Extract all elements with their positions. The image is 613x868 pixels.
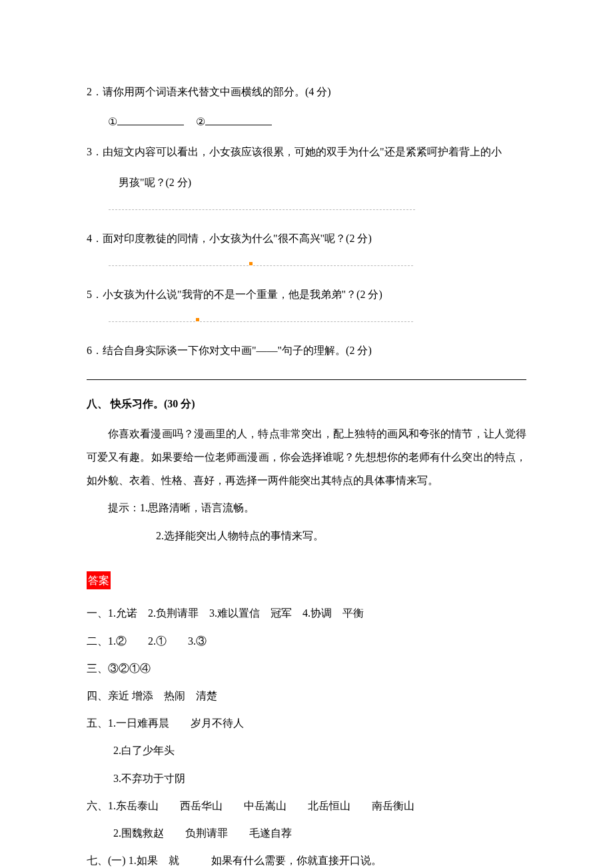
q5-text: 5．小女孩为什么说"我背的不是一个重量，他是我弟弟"？(2 分) <box>87 289 382 300</box>
answer-3: 三、③②①④ <box>87 657 526 680</box>
question-5: 5．小女孩为什么说"我背的不是一个重量，他是我弟弟"？(2 分) <box>87 283 526 306</box>
question-3: 3．由短文内容可以看出，小女孩应该很累，可她的双手为什么"还是紧紧呵护着背上的小 <box>87 140 526 163</box>
q6-text: 6．结合自身实际谈一下你对文中画"——"句子的理解。(2 分) <box>87 345 372 356</box>
section-8-title: 八、 快乐习作。(30 分) <box>87 398 195 409</box>
answer-5-3: 3.不弃功于寸阴 <box>87 767 526 790</box>
marker-dot-icon <box>249 262 253 265</box>
q2-blanks: ① ② <box>87 110 526 133</box>
q3-text-line2: 男孩"呢？(2 分) <box>119 177 191 188</box>
section-divider <box>87 379 526 380</box>
q4-answer-line[interactable] <box>87 257 526 271</box>
section-8-paragraph: 你喜欢看漫画吗？漫画里的人，特点非常突出，配上独特的画风和夸张的情节，让人觉得可… <box>87 422 526 493</box>
hint-1-text: 1.思路清晰，语言流畅。 <box>140 502 255 513</box>
answer-1: 一、1.允诺 2.负荆请罪 3.难以置信 冠军 4.协调 平衡 <box>87 601 526 625</box>
question-4: 4．面对印度教徒的同情，小女孩为什么"很不高兴"呢？(2 分) <box>87 227 526 250</box>
section-8-heading: 八、 快乐习作。(30 分) <box>87 392 526 415</box>
answer-6-2: 2.围魏救赵 负荆请罪 毛遂自荐 <box>87 821 526 845</box>
blank-1[interactable] <box>117 114 184 125</box>
marker-dot-icon <box>196 318 199 321</box>
answer-6-1: 六、1.东岳泰山 西岳华山 中岳嵩山 北岳恒山 南岳衡山 <box>87 794 526 817</box>
question-2: 2．请你用两个词语来代替文中画横线的部分。(4 分) <box>87 80 526 103</box>
hint-2-text: 2.选择能突出人物特点的事情来写。 <box>156 530 324 541</box>
q3-text-line1: 3．由短文内容可以看出，小女孩应该很累，可她的双手为什么"还是紧紧呵护着背上的小 <box>87 146 502 157</box>
question-6: 6．结合自身实际谈一下你对文中画"——"句子的理解。(2 分) <box>87 339 526 362</box>
answer-2: 二、1.② 2.① 3.③ <box>87 629 526 653</box>
answer-5-2: 2.白了少年头 <box>87 739 526 762</box>
hint-line-1: 提示：1.思路清晰，语言流畅。 <box>87 496 526 519</box>
q5-answer-line[interactable] <box>87 313 526 327</box>
hint-label: 提示： <box>108 502 140 513</box>
answer-5-1: 五、1.一日难再晨 岁月不待人 <box>87 711 526 735</box>
q2-text: 2．请你用两个词语来代替文中画横线的部分。(4 分) <box>87 86 331 97</box>
answers-label: 答案 <box>87 571 111 590</box>
q3-text-line2-wrap: 男孩"呢？(2 分) <box>87 171 526 194</box>
blank-2[interactable] <box>205 114 272 125</box>
q3-answer-line[interactable] <box>87 201 526 215</box>
hint-line-2: 2.选择能突出人物特点的事情来写。 <box>87 524 526 547</box>
answers-section: 答案 一、1.允诺 2.负荆请罪 3.难以置信 冠军 4.协调 平衡 二、1.②… <box>87 551 526 868</box>
section-8-para-text: 你喜欢看漫画吗？漫画里的人，特点非常突出，配上独特的画风和夸张的情节，让人觉得可… <box>87 428 526 486</box>
answer-4: 四、亲近 增添 热闹 清楚 <box>87 684 526 707</box>
q4-text: 4．面对印度教徒的同情，小女孩为什么"很不高兴"呢？(2 分) <box>87 233 372 244</box>
document-page: 2．请你用两个词语来代替文中画横线的部分。(4 分) ① ② 3．由短文内容可以… <box>0 0 613 868</box>
answer-7-1: 七、(一) 1.如果 就 如果有什么需要，你就直接开口说。 <box>87 849 526 868</box>
